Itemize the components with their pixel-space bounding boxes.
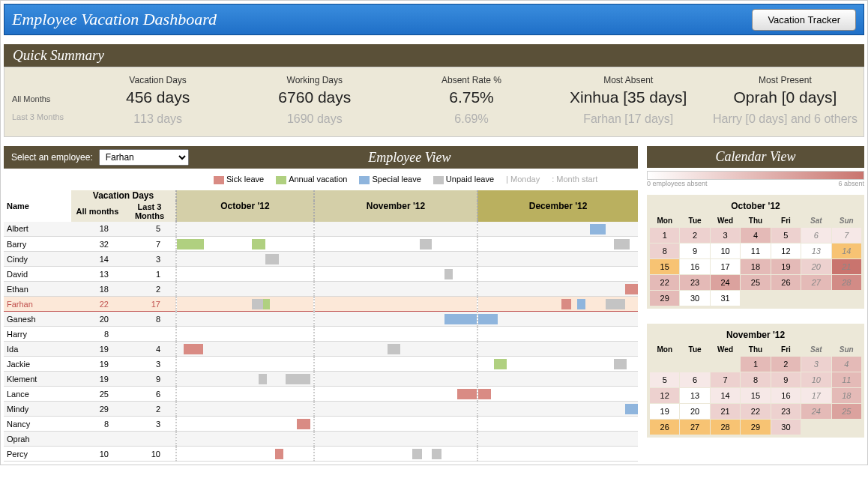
cal-day[interactable]: 13	[801, 244, 831, 258]
cal-day[interactable]: 8	[741, 372, 770, 387]
cal-day[interactable]: 15	[741, 388, 770, 403]
table-row[interactable]: Nancy 8 3	[4, 417, 638, 432]
table-row[interactable]: Harry 8	[4, 327, 638, 342]
cal-day[interactable]: 18	[741, 259, 770, 274]
cal-day[interactable]: 3	[801, 357, 831, 372]
cal-day[interactable]: 19	[650, 404, 679, 419]
gantt-cell	[477, 447, 638, 462]
cal-day[interactable]: 24	[711, 275, 740, 290]
cal-day[interactable]: 6	[801, 228, 831, 243]
cal-day[interactable]: 1	[650, 228, 679, 243]
cal-day[interactable]: 17	[711, 259, 740, 274]
table-row[interactable]: Lance 25 6	[4, 387, 638, 402]
cal-day[interactable]: 12	[771, 244, 801, 258]
cal-day[interactable]: 8	[650, 244, 679, 258]
table-row[interactable]: Cindy 14 3	[4, 252, 638, 267]
cal-day[interactable]: 4	[741, 228, 770, 243]
gantt-bar	[252, 299, 263, 309]
cal-day[interactable]: 5	[771, 228, 801, 243]
cal-day[interactable]: 11	[741, 244, 770, 258]
cal-day[interactable]: 11	[832, 372, 861, 387]
cal-day[interactable]: 16	[771, 388, 801, 403]
cal-day[interactable]: 13	[680, 388, 709, 403]
cal-day[interactable]: 2	[680, 228, 709, 243]
cal-day[interactable]: 26	[650, 420, 679, 435]
calendar: October '12MonTueWedThuFriSatSun12345678…	[647, 195, 864, 309]
cal-day[interactable]: 7	[711, 372, 740, 387]
cal-day[interactable]: 15	[650, 259, 679, 274]
cal-day[interactable]: 20	[680, 404, 709, 419]
table-row[interactable]: Mindy 29 2	[4, 402, 638, 417]
cal-day[interactable]: 18	[832, 388, 861, 403]
gantt-cell	[314, 432, 477, 447]
gantt-bar	[444, 269, 453, 279]
cal-day[interactable]: 27	[680, 420, 709, 435]
cell-last3: 9	[124, 372, 176, 387]
cal-day[interactable]: 19	[771, 259, 801, 274]
cal-day[interactable]: 25	[741, 275, 770, 290]
cal-day[interactable]: 28	[711, 420, 740, 435]
cal-day[interactable]: 4	[832, 357, 861, 372]
cal-day[interactable]: 10	[801, 372, 831, 387]
cell-last3: 5	[124, 222, 176, 237]
cal-day[interactable]: 29	[741, 420, 770, 435]
cal-day[interactable]: 9	[680, 244, 709, 258]
table-row[interactable]: Ganesh 20 8	[4, 312, 638, 327]
gantt-bar	[457, 389, 477, 399]
cal-day[interactable]: 12	[650, 388, 679, 403]
table-row[interactable]: Klement 19 9	[4, 372, 638, 387]
cal-day[interactable]: 20	[801, 259, 831, 274]
cal-day[interactable]: 30	[680, 291, 709, 306]
gantt-bar	[388, 344, 400, 354]
summary-val-last3: 6.69%	[393, 112, 549, 126]
cal-day[interactable]: 24	[801, 404, 831, 419]
table-row[interactable]: Barry 32 7	[4, 237, 638, 252]
cal-day[interactable]: 17	[801, 388, 831, 403]
cal-day[interactable]: 23	[771, 404, 801, 419]
cell-last3: 3	[124, 417, 176, 432]
table-row[interactable]: Jackie 19 3	[4, 357, 638, 372]
cal-day[interactable]: 9	[771, 372, 801, 387]
gantt-cell	[176, 267, 314, 282]
cal-day[interactable]: 10	[711, 244, 740, 258]
vacation-tracker-button[interactable]: Vacation Tracker	[752, 9, 856, 31]
cal-day[interactable]: 5	[650, 372, 679, 387]
cal-day[interactable]: 31	[711, 291, 740, 306]
cal-day[interactable]: 21	[832, 259, 861, 274]
cal-day[interactable]: 21	[711, 404, 740, 419]
cal-day[interactable]: 1	[741, 357, 770, 372]
cal-day[interactable]: 27	[801, 275, 831, 290]
table-row[interactable]: Ethan 18 2	[4, 282, 638, 297]
cal-day[interactable]: 14	[711, 388, 740, 403]
employee-select[interactable]: Farhan	[99, 149, 189, 166]
cal-day[interactable]: 25	[832, 404, 861, 419]
cal-day[interactable]: 23	[680, 275, 709, 290]
summary-val-all: 456 days	[79, 88, 236, 106]
table-row[interactable]: Percy 10 10	[4, 447, 638, 462]
cal-day[interactable]: 7	[832, 228, 861, 243]
table-row[interactable]: Ida 19 4	[4, 342, 638, 357]
cell-all: 8	[71, 327, 124, 342]
gantt-cell	[176, 237, 314, 252]
cal-day[interactable]: 2	[771, 357, 801, 372]
cal-day[interactable]: 22	[741, 404, 770, 419]
cal-day[interactable]: 28	[832, 275, 861, 290]
cal-day[interactable]: 22	[650, 275, 679, 290]
cal-day[interactable]: 16	[680, 259, 709, 274]
gantt-bar	[590, 224, 606, 235]
cal-day[interactable]: 6	[680, 372, 709, 387]
cal-day[interactable]: 3	[711, 228, 740, 243]
gantt-cell	[314, 297, 477, 312]
summary-val-last3: Harry [0 days] and 6 others	[707, 112, 864, 126]
cal-day[interactable]: 30	[771, 420, 801, 435]
cell-name: Klement	[4, 372, 71, 387]
cal-day[interactable]: 14	[832, 244, 861, 258]
month-head: November '12	[314, 190, 477, 222]
cell-name: Jackie	[4, 357, 71, 372]
table-row[interactable]: Albert 18 5	[4, 222, 638, 237]
table-row[interactable]: Farhan 22 17	[4, 297, 638, 312]
cal-day[interactable]: 29	[650, 291, 679, 306]
table-row[interactable]: Oprah	[4, 432, 638, 447]
table-row[interactable]: David 13 1	[4, 267, 638, 282]
cal-day[interactable]: 26	[771, 275, 801, 290]
